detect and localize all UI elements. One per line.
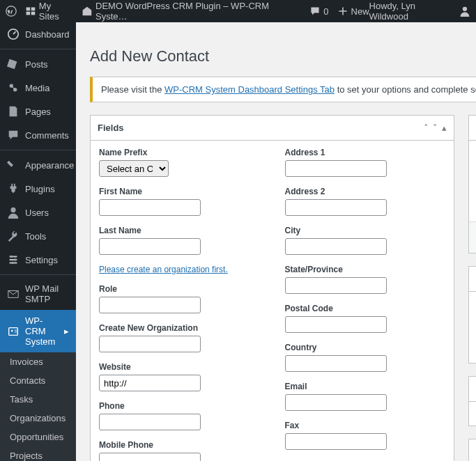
- sub-contacts[interactable]: Contacts: [0, 371, 76, 390]
- name-prefix-label: Name Prefix: [99, 148, 260, 157]
- site-name-link[interactable]: DEMO WordPress CRM Plugin – WP-CRM Syste…: [82, 1, 301, 22]
- address1-input[interactable]: [285, 160, 387, 177]
- new-link[interactable]: New: [337, 6, 369, 17]
- menu-wpmail[interactable]: WP Mail SMTP: [0, 274, 76, 310]
- mobile-label: Mobile Phone: [99, 440, 260, 450]
- menu-wpcrm[interactable]: WP-CRM System▸: [0, 310, 76, 352]
- my-sites-link[interactable]: My Sites: [25, 1, 73, 22]
- menu-dashboard[interactable]: Dashboard: [0, 22, 76, 46]
- sub-opportunities[interactable]: Opportunities: [0, 428, 76, 446]
- setup-notice: Please visit the WP-CRM System Dashboard…: [90, 77, 476, 102]
- fields-box: Fields ˄˅▴ Name PrefixSelect an Option F…: [90, 115, 454, 461]
- sub-invoices[interactable]: Invoices: [0, 352, 76, 371]
- name-prefix-select[interactable]: Select an Option: [99, 160, 169, 177]
- wp-logo-icon[interactable]: [6, 6, 17, 17]
- move-up-icon[interactable]: ˄: [424, 123, 429, 133]
- address1-label: Address 1: [285, 148, 446, 157]
- svg-point-1: [463, 7, 467, 11]
- toggle-icon[interactable]: ▴: [442, 123, 447, 133]
- first-name-input[interactable]: [99, 199, 201, 216]
- sub-tasks[interactable]: Tasks: [0, 390, 76, 409]
- fields-title: Fields: [98, 123, 124, 133]
- fax-label: Fax: [285, 421, 446, 430]
- publish-box: Publish˄˅▴ Save Draft Status: Draft Edit…: [468, 115, 476, 253]
- mobile-input[interactable]: [99, 453, 201, 461]
- postal-input[interactable]: [285, 316, 387, 333]
- invoice-msg: No invoices for this contact.: [469, 402, 476, 425]
- postal-label: Postal Code: [285, 304, 446, 313]
- last-name-label: Last Name: [99, 226, 260, 235]
- create-org-input[interactable]: [99, 336, 201, 352]
- website-input[interactable]: [99, 375, 201, 391]
- admin-sidebar: Dashboard Posts Media Pages Comments App…: [0, 22, 76, 461]
- phone-input[interactable]: [99, 414, 201, 430]
- create-org-link[interactable]: Please create an organization first.: [99, 265, 228, 274]
- email-input[interactable]: [285, 394, 387, 411]
- country-label: Country: [285, 343, 446, 352]
- move-down-icon[interactable]: ˅: [433, 123, 438, 133]
- state-label: State/Province: [285, 265, 446, 274]
- sub-projects[interactable]: Projects: [0, 446, 76, 461]
- svg-rect-9: [9, 327, 18, 335]
- svg-point-8: [11, 262, 14, 265]
- role-label: Role: [99, 284, 260, 294]
- city-label: City: [285, 226, 446, 235]
- create-org-label: Create New Organization: [99, 323, 260, 333]
- opportunities-box: Opportunities˄˅▴ No opportunities assign…: [468, 439, 476, 461]
- country-input[interactable]: [285, 355, 387, 372]
- svg-point-6: [10, 256, 13, 258]
- city-input[interactable]: [285, 238, 387, 255]
- page-title: Add New Contact: [90, 41, 476, 77]
- menu-pages[interactable]: Pages: [0, 100, 76, 123]
- address2-label: Address 2: [285, 187, 446, 196]
- website-label: Website: [99, 362, 260, 372]
- first-name-label: First Name: [99, 187, 260, 196]
- email-label: Email: [285, 382, 446, 391]
- state-input[interactable]: [285, 277, 387, 294]
- phone-label: Phone: [99, 401, 260, 411]
- svg-point-5: [10, 208, 15, 212]
- fax-input[interactable]: [285, 433, 387, 450]
- menu-comments[interactable]: Comments: [0, 123, 76, 147]
- menu-appearance[interactable]: Appearance: [0, 150, 76, 177]
- admin-bar: My Sites DEMO WordPress CRM Plugin – WP-…: [0, 0, 476, 22]
- last-name-input[interactable]: [99, 238, 201, 255]
- menu-users[interactable]: Users: [0, 201, 76, 224]
- menu-tools[interactable]: Tools: [0, 224, 76, 248]
- submenu-wpcrm: Invoices Contacts Tasks Organizations Op…: [0, 352, 76, 461]
- menu-plugins[interactable]: Plugins: [0, 177, 76, 201]
- howdy-link[interactable]: Howdy, Lyn Wildwood: [369, 1, 470, 22]
- menu-media[interactable]: Media: [0, 76, 76, 100]
- svg-point-0: [6, 6, 16, 16]
- notice-link[interactable]: WP-CRM System Dashboard Settings Tab: [164, 84, 335, 95]
- comments-link[interactable]: 0: [309, 6, 328, 17]
- svg-point-7: [14, 258, 17, 261]
- menu-posts[interactable]: Posts: [0, 49, 76, 76]
- menu-settings[interactable]: Settings: [0, 248, 76, 272]
- svg-point-10: [11, 329, 13, 331]
- contact-types-box: Contact Types˄˅▴ Contact TypesMost Used …: [468, 266, 476, 364]
- invoice-box: Invoice˄˅▴ No invoices for this contact.: [468, 376, 476, 426]
- sub-organizations[interactable]: Organizations: [0, 409, 76, 428]
- address2-input[interactable]: [285, 199, 387, 216]
- role-input[interactable]: [99, 297, 201, 313]
